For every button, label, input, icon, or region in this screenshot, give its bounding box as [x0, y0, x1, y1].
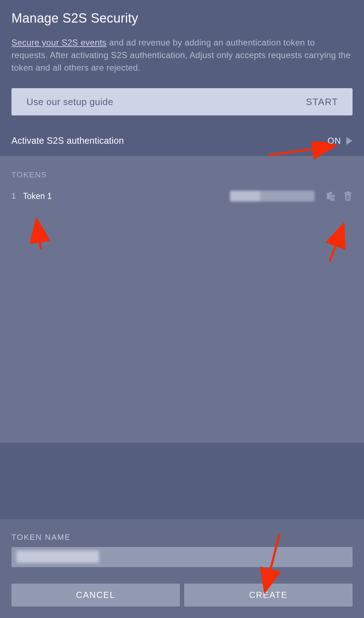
svg-rect-6 [331, 198, 334, 198]
token-row: 1 Token 1 [11, 189, 353, 203]
tokens-section-label: TOKENS [11, 170, 353, 180]
page-title: Manage S2S Security [11, 11, 353, 26]
token-value-masked [230, 191, 315, 201]
token-name-label: TOKEN NAME [11, 533, 353, 542]
activate-row: Activate S2S authentication ON [0, 136, 364, 156]
setup-guide-text: Use our setup guide [27, 96, 113, 108]
page-description: Secure your S2S events and ad revenue by… [11, 37, 353, 74]
chevron-right-icon [346, 137, 353, 145]
token-index: 1 [11, 191, 23, 201]
svg-marker-0 [346, 137, 353, 145]
svg-rect-10 [346, 195, 347, 200]
start-button[interactable]: START [306, 96, 338, 108]
secure-events-link[interactable]: Secure your S2S events [11, 38, 106, 47]
token-name-form: TOKEN NAME CANCEL CREATE [0, 519, 364, 618]
svg-rect-11 [348, 195, 348, 200]
cancel-button[interactable]: CANCEL [11, 584, 180, 607]
copy-icon[interactable] [326, 191, 335, 201]
svg-rect-8 [344, 192, 351, 194]
token-name: Token 1 [23, 191, 52, 201]
svg-rect-5 [331, 196, 334, 197]
token-name-input[interactable] [11, 547, 353, 567]
create-button[interactable]: CREATE [184, 584, 353, 607]
activate-toggle[interactable]: ON [327, 136, 353, 146]
svg-rect-7 [331, 199, 334, 199]
setup-guide-bar[interactable]: Use our setup guide START [11, 88, 353, 115]
svg-rect-2 [330, 192, 332, 193]
activate-label: Activate S2S authentication [11, 136, 124, 146]
trash-icon[interactable] [343, 191, 353, 201]
svg-rect-12 [349, 195, 349, 200]
toggle-state-label: ON [327, 136, 341, 146]
svg-rect-9 [346, 191, 349, 192]
tokens-section: TOKENS 1 Token 1 [0, 156, 364, 443]
